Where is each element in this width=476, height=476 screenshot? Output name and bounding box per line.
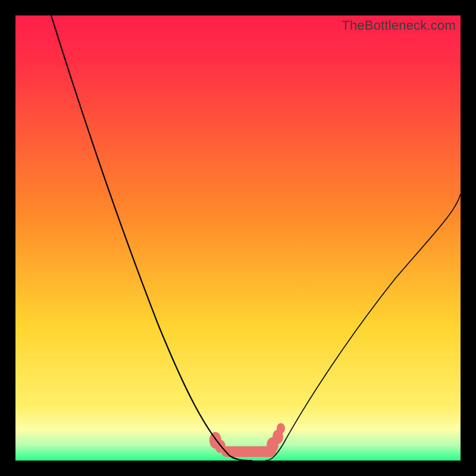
bottleneck-highlight <box>209 423 285 457</box>
plot-area: TheBottleneck.com <box>15 15 461 461</box>
svg-point-2 <box>215 440 226 453</box>
chart-svg <box>15 15 461 461</box>
outer-frame: TheBottleneck.com <box>0 0 476 476</box>
right-curve <box>265 194 461 461</box>
left-curve <box>51 15 252 461</box>
svg-point-5 <box>277 423 285 434</box>
